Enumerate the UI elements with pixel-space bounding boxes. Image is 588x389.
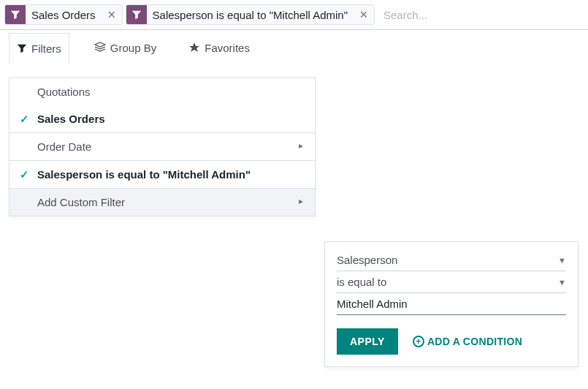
filter-option-quotations[interactable]: Quotations: [9, 78, 315, 105]
select-value: Salesperson: [337, 254, 397, 266]
funnel-icon: [5, 5, 26, 24]
chip-label: Sales Orders: [26, 9, 102, 21]
custom-filter-value-input[interactable]: Mitchell Admin: [337, 293, 566, 315]
tab-label: Group By: [110, 42, 156, 54]
filters-dropdown: Quotations Sales Orders Order Date Sales…: [9, 78, 316, 216]
tab-favorites[interactable]: Favorites: [181, 33, 257, 63]
chevron-down-icon: ▼: [558, 256, 566, 265]
custom-filter-field-select[interactable]: Salesperson ▼: [337, 249, 566, 271]
add-condition-label: ADD A CONDITION: [427, 336, 522, 347]
custom-filter-operator-select[interactable]: is equal to ▼: [337, 271, 566, 293]
filter-toolbar: Filters Group By Favorites: [0, 30, 588, 65]
tab-label: Filters: [31, 42, 61, 55]
plus-circle-icon: +: [413, 336, 424, 347]
add-condition-button[interactable]: + ADD A CONDITION: [413, 336, 522, 347]
apply-button[interactable]: APPLY: [337, 328, 398, 355]
custom-filter-actions: APPLY + ADD A CONDITION: [337, 328, 566, 355]
layers-icon: [94, 42, 106, 53]
star-icon: [188, 42, 200, 53]
filter-chip-sales-orders[interactable]: Sales Orders ✕: [4, 4, 123, 25]
close-icon[interactable]: ✕: [354, 9, 374, 20]
filter-option-order-date[interactable]: Order Date: [9, 133, 315, 160]
tab-label: Favorites: [205, 42, 250, 54]
chip-label: Salesperson is equal to "Mitchell Admin": [147, 9, 354, 21]
funnel-icon: [17, 43, 27, 53]
filter-option-salesperson[interactable]: Salesperson is equal to "Mitchell Admin": [9, 161, 315, 188]
funnel-icon: [126, 5, 147, 24]
filter-option-add-custom[interactable]: Add Custom Filter: [9, 189, 315, 216]
search-input[interactable]: [378, 6, 584, 24]
search-bar: Sales Orders ✕ Salesperson is equal to "…: [0, 0, 588, 30]
filter-chip-salesperson[interactable]: Salesperson is equal to "Mitchell Admin"…: [126, 4, 375, 25]
tab-filters[interactable]: Filters: [9, 33, 69, 64]
close-icon[interactable]: ✕: [102, 9, 122, 20]
chevron-down-icon: ▼: [558, 278, 566, 287]
select-value: is equal to: [337, 276, 386, 288]
custom-filter-panel: Salesperson ▼ is equal to ▼ Mitchell Adm…: [324, 241, 579, 367]
tab-group-by[interactable]: Group By: [87, 33, 164, 63]
filter-option-sales-orders[interactable]: Sales Orders: [9, 105, 315, 132]
input-value: Mitchell Admin: [337, 298, 408, 310]
